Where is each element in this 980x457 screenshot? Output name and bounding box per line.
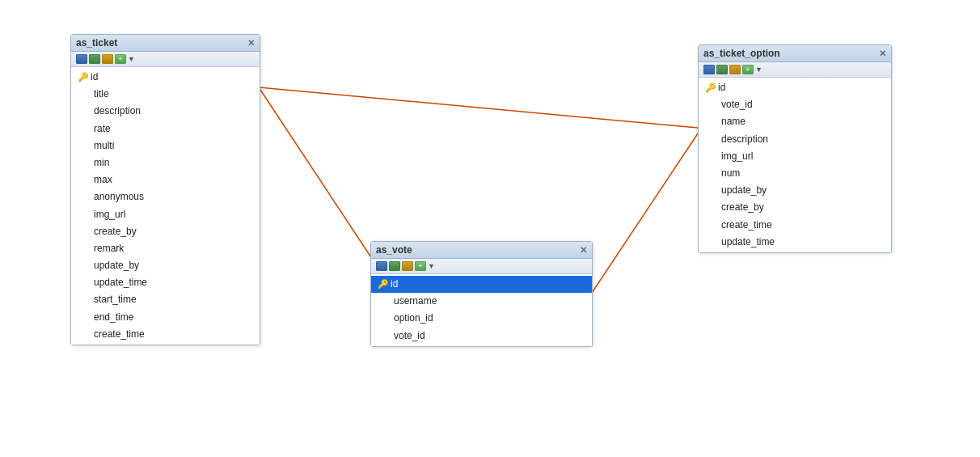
dropdown-arrow[interactable]: ▼ <box>428 262 435 270</box>
primary-key-icon: 🔑 <box>78 70 87 85</box>
table-header-as-ticket: as_ticket ✕ <box>71 35 260 52</box>
field-row[interactable]: create_by <box>71 223 260 240</box>
field-name: create_by <box>94 224 137 239</box>
add-icon[interactable]: + <box>415 261 426 271</box>
dropdown-arrow[interactable]: ▼ <box>128 55 135 63</box>
add-icon[interactable]: + <box>115 54 126 64</box>
field-name: title <box>94 87 109 102</box>
field-name: id <box>91 70 98 85</box>
table-as-vote: as_vote ✕ + ▼ 🔑 id username option_id vo… <box>370 241 593 347</box>
field-row[interactable]: update_by <box>71 257 260 274</box>
field-name: remark <box>94 241 124 256</box>
field-name: name <box>721 114 746 129</box>
fields-as-ticket: 🔑 id title description rate multi min ma… <box>71 67 260 345</box>
close-button-as-ticket-option[interactable]: ✕ <box>879 49 886 59</box>
cols-icon[interactable] <box>89 54 100 64</box>
field-row[interactable]: update_time <box>71 274 260 291</box>
field-row[interactable]: title <box>71 86 260 103</box>
field-name: username <box>394 294 437 309</box>
field-name: multi <box>94 138 114 154</box>
field-name: anonymous <box>94 189 144 205</box>
field-row[interactable]: vote_id <box>371 328 592 345</box>
field-row[interactable]: rate <box>71 121 260 138</box>
grid-icon[interactable] <box>76 54 87 64</box>
field-name: id <box>391 277 398 292</box>
field-name: id <box>718 80 725 95</box>
field-row[interactable]: vote_id <box>699 96 891 113</box>
field-row[interactable]: description <box>71 103 260 120</box>
field-row[interactable]: update_by <box>699 182 891 199</box>
table-as-ticket: as_ticket ✕ + ▼ 🔑 id title description r… <box>70 34 260 345</box>
field-row[interactable]: create_time <box>699 217 891 234</box>
toolbar-as-ticket-option: + ▼ <box>699 62 891 78</box>
grid-icon[interactable] <box>703 65 715 74</box>
field-row[interactable]: multi <box>71 138 260 154</box>
primary-key-icon: 🔑 <box>378 277 387 292</box>
field-row[interactable]: anonymous <box>71 188 260 205</box>
field-row[interactable]: remark <box>71 240 260 257</box>
field-name: max <box>94 172 112 188</box>
table-header-as-vote: as_vote ✕ <box>371 242 592 259</box>
toolbar-as-ticket: + ▼ <box>71 52 260 67</box>
field-row-selected[interactable]: 🔑 id <box>371 276 592 293</box>
diagram-canvas: as_ticket ✕ + ▼ 🔑 id title description r… <box>0 0 980 457</box>
key-icon[interactable] <box>729 65 741 74</box>
table-header-as-ticket-option: as_ticket_option ✕ <box>699 45 891 62</box>
cols-icon[interactable] <box>389 261 400 271</box>
field-name: num <box>721 166 740 181</box>
field-row[interactable]: max <box>71 171 260 188</box>
field-name: update_by <box>94 258 139 273</box>
field-row[interactable]: name <box>699 113 891 130</box>
field-name: description <box>94 104 141 119</box>
svg-line-2 <box>590 133 698 295</box>
field-row[interactable]: create_by <box>699 199 891 216</box>
table-as-ticket-option: as_ticket_option ✕ + ▼ 🔑 id vote_id name… <box>698 44 892 253</box>
field-row[interactable]: description <box>699 131 891 148</box>
close-button-as-ticket[interactable]: ✕ <box>247 38 255 49</box>
field-row[interactable]: num <box>699 165 891 182</box>
field-name: create_by <box>721 200 764 215</box>
field-row[interactable]: create_time <box>71 326 260 343</box>
svg-line-1 <box>259 87 698 128</box>
field-row[interactable]: start_time <box>71 291 260 308</box>
field-row[interactable]: min <box>71 154 260 171</box>
field-name: update_by <box>721 183 767 198</box>
field-name: update_time <box>94 275 147 290</box>
close-button-as-vote[interactable]: ✕ <box>580 245 587 256</box>
field-name: option_id <box>394 311 433 326</box>
field-name: create_time <box>94 327 145 342</box>
primary-key-icon: 🔑 <box>705 81 715 95</box>
field-name: vote_id <box>394 328 425 344</box>
grid-icon[interactable] <box>376 261 387 271</box>
field-row[interactable]: img_url <box>699 148 891 165</box>
add-icon[interactable]: + <box>742 65 754 74</box>
field-row[interactable]: end_time <box>71 309 260 326</box>
field-name: min <box>94 155 109 171</box>
field-name: rate <box>94 121 111 137</box>
field-name: end_time <box>94 310 133 325</box>
field-row[interactable]: 🔑 id <box>699 79 891 96</box>
field-row[interactable]: update_time <box>699 234 891 251</box>
toolbar-as-vote: + ▼ <box>371 259 592 274</box>
field-name: start_time <box>94 292 137 307</box>
fields-as-vote: 🔑 id username option_id vote_id <box>371 274 592 346</box>
table-title-as-ticket-option: as_ticket_option <box>703 48 780 59</box>
field-row[interactable]: option_id <box>371 310 592 327</box>
field-name: description <box>721 132 768 147</box>
field-name: vote_id <box>721 97 753 112</box>
field-name: img_url <box>721 149 753 164</box>
fields-as-ticket-option: 🔑 id vote_id name description img_url nu… <box>699 78 891 252</box>
field-name: img_url <box>94 207 125 222</box>
field-name: create_time <box>721 218 772 233</box>
field-row[interactable]: username <box>371 293 592 310</box>
field-row[interactable]: img_url <box>71 206 260 223</box>
field-row[interactable]: 🔑 id <box>71 69 260 86</box>
table-title-as-vote: as_vote <box>376 244 412 256</box>
dropdown-arrow[interactable]: ▼ <box>755 66 762 74</box>
key-icon[interactable] <box>102 54 113 64</box>
field-name: update_time <box>721 235 775 250</box>
table-title-as-ticket: as_ticket <box>76 37 117 49</box>
key-icon[interactable] <box>402 261 413 271</box>
cols-icon[interactable] <box>716 65 728 74</box>
